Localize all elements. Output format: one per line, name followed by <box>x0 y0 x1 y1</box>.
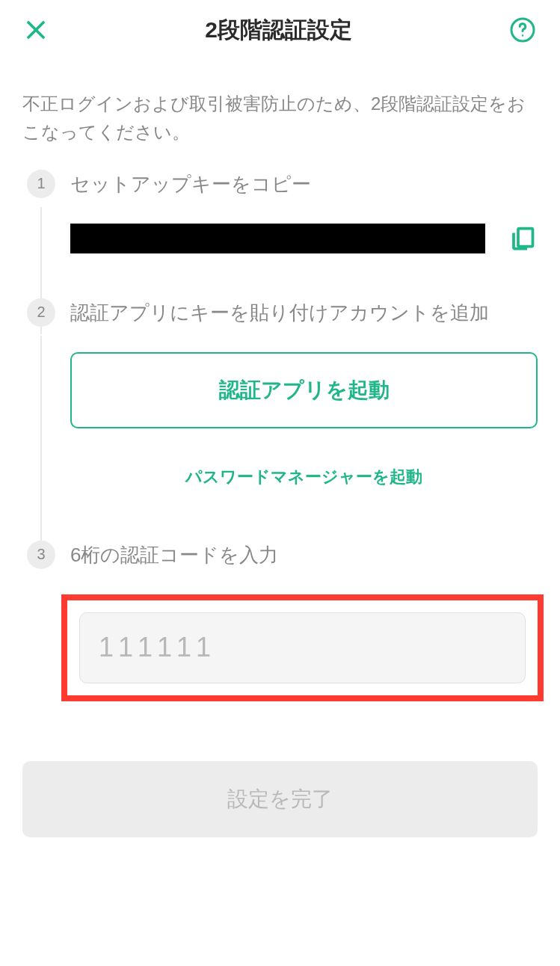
svg-point-3 <box>522 34 523 36</box>
launch-auth-app-button[interactable]: 認証アプリを起動 <box>70 352 538 428</box>
help-button[interactable] <box>508 15 538 45</box>
description-text: 不正ログインおよび取引被害防止のため、2段階認証設定をおこなってください。 <box>0 60 560 170</box>
launch-password-manager-link[interactable]: パスワードマネージャーを起動 <box>70 466 538 488</box>
complete-setup-button[interactable]: 設定を完了 <box>22 761 538 837</box>
svg-rect-4 <box>518 228 533 246</box>
step-1-number: 1 <box>27 170 55 198</box>
step-3-number: 3 <box>27 541 55 569</box>
code-input-highlight <box>61 594 544 701</box>
close-button[interactable] <box>22 16 49 43</box>
step-connector <box>40 336 42 553</box>
setup-key-redacted <box>70 224 485 253</box>
page-title: 2段階認証設定 <box>49 15 508 46</box>
copy-button[interactable] <box>508 224 538 253</box>
step-2-title: 認証アプリにキーを貼り付けアカウントを追加 <box>70 298 538 326</box>
close-icon <box>25 19 47 41</box>
verification-code-input[interactable] <box>79 612 526 683</box>
copy-icon <box>509 225 536 252</box>
step-2-number: 2 <box>27 298 55 327</box>
help-icon <box>509 16 536 43</box>
step-1-title: セットアップキーをコピー <box>70 170 538 197</box>
step-3-title: 6桁の認証コードを入力 <box>70 541 538 568</box>
